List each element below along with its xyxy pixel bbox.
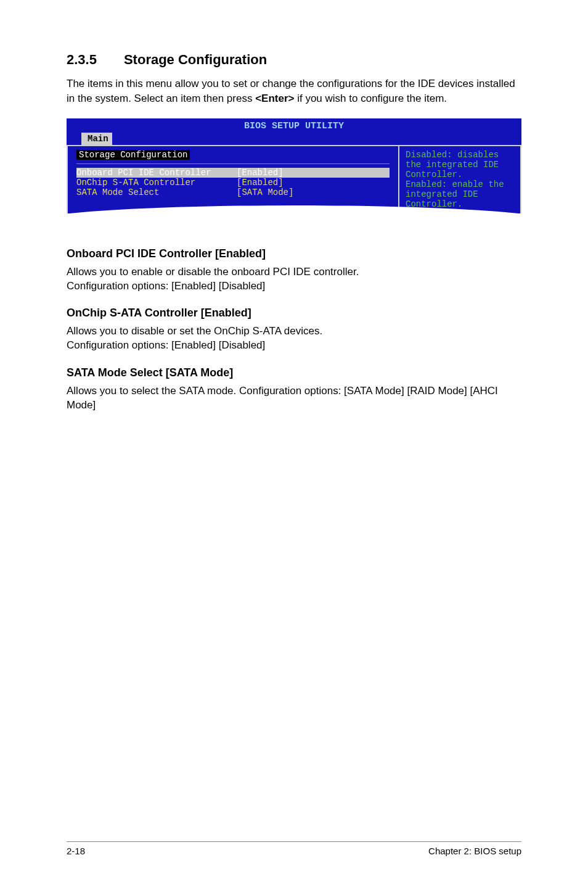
intro-paragraph: The items in this menu allow you to set … xyxy=(67,76,521,106)
bios-tab-bar: Main xyxy=(67,133,521,145)
subsection-heading-0: Onboard PCI IDE Controller [Enabled] xyxy=(67,247,521,260)
footer-page-number: 2-18 xyxy=(67,846,85,856)
bios-row-value-2: [SATA Mode] xyxy=(237,188,293,197)
intro-enter-key: <Enter> xyxy=(255,93,294,104)
bios-help-text: Disabled: disables the integrated IDE Co… xyxy=(406,150,514,209)
subsection-body-2: Allows you to select the SATA mode. Conf… xyxy=(67,384,521,413)
bios-row-value-0: [Enabled] xyxy=(237,168,284,178)
subsection-body-0: Allows you to enable or disable the onbo… xyxy=(67,265,521,294)
subsection-body-1: Allows you to disable or set the OnChip … xyxy=(67,324,521,353)
bios-row-value-1: [Enabled] xyxy=(237,178,284,188)
bios-row-label-2: SATA Mode Select xyxy=(76,188,237,197)
bios-row: OnChip S-ATA Controller [Enabled] xyxy=(76,178,390,188)
subsection-heading-1: OnChip S-ATA Controller [Enabled] xyxy=(67,307,521,320)
bios-config-title: Storage Configuration xyxy=(76,150,190,160)
bios-utility-title: BIOS SETUP UTILITY xyxy=(67,118,521,131)
bios-row: SATA Mode Select [SATA Mode] xyxy=(76,188,390,197)
subsection-heading-2: SATA Mode Select [SATA Mode] xyxy=(67,366,521,379)
intro-text-post: if you wish to configure the item. xyxy=(294,93,447,104)
bios-tab-main: Main xyxy=(81,133,112,145)
bios-screenshot: BIOS SETUP UTILITY Main Storage Configur… xyxy=(67,118,521,217)
bios-divider xyxy=(76,163,390,164)
bios-row-selected: Onboard PCI IDE Controller [Enabled] xyxy=(76,168,390,178)
section-title: Storage Configuration xyxy=(124,52,267,67)
footer-chapter: Chapter 2: BIOS setup xyxy=(428,846,521,856)
page-footer: 2-18 Chapter 2: BIOS setup xyxy=(67,841,521,856)
bios-row-label-1: OnChip S-ATA Controller xyxy=(76,178,237,188)
bios-help-panel: Disabled: disables the integrated IDE Co… xyxy=(398,145,521,217)
section-heading: 2.3.5Storage Configuration xyxy=(67,52,521,68)
bios-row-label-0: Onboard PCI IDE Controller xyxy=(76,168,237,178)
section-number: 2.3.5 xyxy=(67,52,97,68)
